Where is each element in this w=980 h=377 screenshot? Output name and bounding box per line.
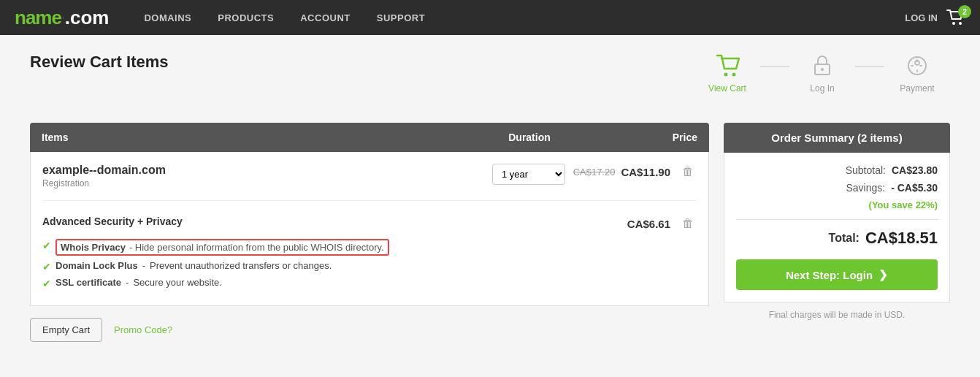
col-items-header: Items bbox=[42, 132, 478, 143]
domain-type: Registration bbox=[42, 178, 478, 188]
total-label: Total: bbox=[829, 232, 860, 245]
step-view-cart-label: View Cart bbox=[708, 83, 746, 94]
cart-actions: Empty Cart Promo Code? bbox=[30, 318, 709, 342]
savings-label: Savings: bbox=[846, 182, 885, 194]
cart-badge: 2 bbox=[958, 5, 971, 18]
domain-lock-sep: - bbox=[142, 260, 145, 271]
security-price-wrap: CA$6.61 🗑 bbox=[580, 216, 697, 232]
next-step-button[interactable]: Next Step: Login ❯ bbox=[736, 259, 938, 290]
logo[interactable]: name·.com bbox=[15, 7, 109, 29]
svg-point-1 bbox=[959, 22, 962, 25]
logo-com: .com bbox=[65, 7, 110, 29]
total-line: Total: CA$18.51 bbox=[736, 229, 938, 248]
step-divider-2 bbox=[855, 66, 884, 67]
subtotal-value: CA$23.80 bbox=[892, 164, 938, 176]
security-title: Advanced Security + Privacy bbox=[42, 216, 580, 227]
whois-highlight: Whois Privacy - Hide personal informatio… bbox=[55, 239, 389, 256]
savings-value: - CA$5.30 bbox=[891, 182, 938, 194]
subtotal-label: Subtotal: bbox=[846, 164, 886, 176]
promo-code-link[interactable]: Promo Code? bbox=[114, 324, 172, 335]
security-header: Advanced Security + Privacy CA$6.61 🗑 bbox=[42, 216, 697, 232]
checkout-steps: View Cart Log In Payment bbox=[694, 53, 950, 94]
whois-desc: - Hide personal information from the pub… bbox=[129, 242, 384, 253]
logo-dot: · bbox=[62, 14, 64, 22]
savings-line: Savings: - CA$5.30 bbox=[736, 182, 938, 194]
summary-item-count: (2 items) bbox=[857, 132, 903, 144]
summary-divider bbox=[736, 219, 938, 220]
total-value: CA$18.51 bbox=[865, 229, 938, 248]
page-title: Review Cart Items bbox=[30, 53, 169, 72]
domain-lock-name: Domain Lock Plus bbox=[55, 260, 138, 271]
ssl-desc: Secure your website. bbox=[133, 277, 221, 288]
sale-price: CA$11.90 bbox=[621, 166, 670, 178]
svg-point-5 bbox=[821, 68, 824, 71]
nav-products[interactable]: PRODUCTS bbox=[204, 0, 287, 35]
nav-support[interactable]: SUPPORT bbox=[364, 0, 438, 35]
nav-account[interactable]: ACCOUNT bbox=[287, 0, 364, 35]
nav-right: LOG IN 2 bbox=[905, 9, 965, 26]
next-btn-arrow: ❯ bbox=[878, 268, 888, 281]
domain-lock-desc: Prevent unauthorized transfers or change… bbox=[150, 260, 332, 271]
security-price: CA$6.61 bbox=[627, 218, 670, 230]
whois-name: Whois Privacy bbox=[61, 242, 126, 253]
svg-point-3 bbox=[732, 73, 736, 77]
cart-button[interactable]: 2 bbox=[946, 9, 965, 26]
step-divider-1 bbox=[760, 66, 789, 67]
table-header: Items Duration Price bbox=[30, 123, 709, 152]
domain-name: example--domain.com bbox=[42, 164, 478, 177]
domain-info: example--domain.com Registration bbox=[42, 164, 478, 188]
login-link[interactable]: LOG IN bbox=[905, 12, 938, 23]
navbar: name·.com DOMAINS PRODUCTS ACCOUNT SUPPO… bbox=[0, 0, 980, 35]
empty-cart-button[interactable]: Empty Cart bbox=[30, 318, 102, 342]
nav-domains[interactable]: DOMAINS bbox=[131, 0, 204, 35]
price-row: CA$17.20 CA$11.90 🗑 bbox=[573, 164, 697, 180]
delete-security-button[interactable]: 🗑 bbox=[679, 216, 697, 232]
feature-whois: ✔ Whois Privacy - Hide personal informat… bbox=[42, 239, 697, 256]
summary-body: Subtotal: CA$23.80 Savings: - CA$5.30 (Y… bbox=[724, 153, 950, 302]
domain-price: CA$17.20 CA$11.90 🗑 bbox=[580, 164, 697, 180]
check-icon-ssl: ✔ bbox=[42, 278, 51, 289]
domain-row: example--domain.com Registration 1 year … bbox=[42, 164, 697, 201]
step-view-cart[interactable]: View Cart bbox=[694, 53, 760, 94]
svg-point-0 bbox=[952, 22, 955, 25]
cart-body: example--domain.com Registration 1 year … bbox=[30, 152, 709, 306]
step-payment-label: Payment bbox=[900, 83, 934, 94]
step-login-label: Log In bbox=[810, 83, 834, 94]
page-content: Review Cart Items View Cart Log In bbox=[15, 35, 965, 359]
step-payment[interactable]: Payment bbox=[884, 53, 950, 94]
check-icon-domain-lock: ✔ bbox=[42, 261, 51, 273]
delete-domain-button[interactable]: 🗑 bbox=[679, 164, 697, 180]
check-icon-whois: ✔ bbox=[42, 240, 51, 251]
duration-select[interactable]: 1 year 2 years 5 years bbox=[492, 164, 565, 185]
ssl-sep: - bbox=[126, 277, 129, 288]
order-summary: Order Summary (2 items) Subtotal: CA$23.… bbox=[724, 123, 950, 320]
ssl-name: SSL certificate bbox=[55, 277, 121, 288]
cart-table: Items Duration Price example--domain.com… bbox=[30, 123, 709, 342]
savings-note: (You save 22%) bbox=[736, 199, 938, 210]
step-login[interactable]: Log In bbox=[789, 53, 855, 94]
feature-ssl: ✔ SSL certificate - Secure your website. bbox=[42, 277, 697, 289]
feature-list: ✔ Whois Privacy - Hide personal informat… bbox=[42, 239, 697, 289]
nav-links: DOMAINS PRODUCTS ACCOUNT SUPPORT bbox=[131, 0, 905, 35]
svg-point-2 bbox=[724, 73, 728, 77]
security-row: Advanced Security + Privacy CA$6.61 🗑 ✔ … bbox=[42, 213, 697, 289]
usd-note: Final charges will be made in USD. bbox=[724, 310, 950, 320]
summary-header-text: Order Summary bbox=[771, 132, 854, 144]
next-btn-label: Next Step: Login bbox=[786, 269, 873, 281]
summary-header: Order Summary (2 items) bbox=[724, 123, 950, 153]
domain-duration: 1 year 2 years 5 years bbox=[478, 164, 580, 185]
main-layout: Items Duration Price example--domain.com… bbox=[30, 123, 950, 342]
subtotal-line: Subtotal: CA$23.80 bbox=[736, 164, 938, 176]
col-price-header: Price bbox=[581, 132, 697, 143]
original-price: CA$17.20 bbox=[573, 167, 616, 178]
feature-domain-lock: ✔ Domain Lock Plus - Prevent unauthorize… bbox=[42, 260, 697, 273]
logo-name: name bbox=[15, 7, 61, 29]
col-duration-header: Duration bbox=[478, 132, 581, 143]
